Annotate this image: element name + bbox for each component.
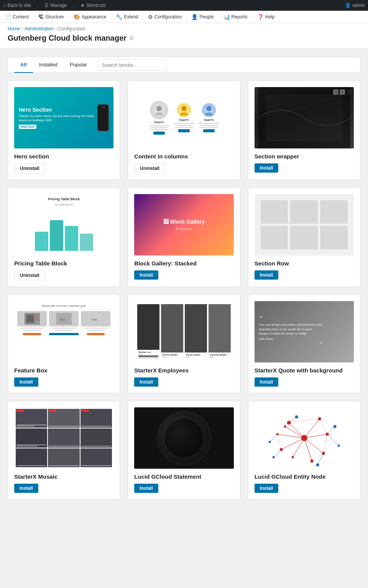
install-button[interactable]: Install (255, 377, 279, 387)
uninstall-button[interactable]: Uninstall (14, 163, 45, 173)
search-input[interactable] (98, 59, 167, 71)
install-button[interactable]: Install (255, 484, 279, 493)
block-title: StarterX Quote with background (255, 367, 354, 374)
favorite-star-icon[interactable]: ☆ (129, 35, 134, 42)
block-preview-content-in-columns: Super% Super% (134, 87, 233, 148)
page-title: Gutenberg Cloud block manager ☆ (8, 34, 360, 43)
block-title: Hero section (14, 153, 113, 160)
install-button[interactable]: Install (134, 377, 158, 387)
manage-link[interactable]: ☰ Manage (44, 3, 67, 8)
block-title: Block Gallery: Stacked (134, 260, 233, 267)
svg-point-1 (155, 112, 163, 115)
menu-item-structure[interactable]: 🏗 Structure (34, 11, 69, 23)
block-title: Lucid GCloud Entity Node (255, 473, 354, 480)
svg-point-0 (156, 106, 162, 111)
block-title: Content in columns (134, 153, 233, 160)
blocks-grid: Hero Section Thanks to some users, we ar… (8, 81, 360, 499)
svg-point-10 (34, 315, 38, 318)
block-preview-feature-box: Block title on three columns grid Title (14, 301, 113, 362)
block-card-block-gallery-stacked: 🖼 Block Gallery ⊞ Stacked Block Gallery:… (128, 188, 240, 287)
preview-hero: Hero Section Thanks to some users, we ar… (14, 87, 113, 148)
svg-line-28 (312, 453, 323, 461)
breadcrumb-home[interactable]: Home (8, 26, 20, 31)
breadcrumb-administration[interactable]: Administration (25, 26, 54, 31)
menu-item-people[interactable]: 👤 People (187, 11, 219, 23)
configuration-icon: ⚙ (148, 14, 153, 20)
block-title: StarterX Mosaic (14, 473, 113, 480)
install-button[interactable]: Install (14, 484, 38, 493)
block-title: StarterX Employees (134, 367, 233, 374)
uninstall-button[interactable]: Uninstall (14, 270, 45, 280)
svg-line-19 (304, 438, 323, 453)
svg-line-17 (304, 419, 319, 438)
menu-item-help[interactable]: ❓ Help (253, 11, 280, 23)
install-button[interactable]: Install (255, 163, 279, 173)
uninstall-button[interactable]: Uninstall (134, 163, 165, 173)
tab-installed[interactable]: Installed (33, 57, 64, 73)
user-link[interactable]: 👤 admin (345, 3, 365, 8)
tab-popular[interactable]: Popular (64, 57, 93, 73)
reports-icon: 📊 (223, 14, 230, 20)
breadcrumb-current: Configuration (58, 26, 85, 31)
svg-line-29 (277, 434, 281, 450)
menu-item-reports[interactable]: 📊 Reports (219, 11, 253, 23)
wp-icon: ⌂ (3, 3, 6, 8)
back-to-site-link[interactable]: ⌂ Back to site (3, 3, 31, 8)
block-preview-hero-section: Hero Section Thanks to some users, we ar… (14, 87, 113, 148)
svg-line-18 (304, 434, 327, 438)
menu-item-extend[interactable]: 🔧 Extend (111, 11, 143, 23)
appearance-icon: 🎨 (74, 14, 80, 20)
block-card-lucid-gcloud-statement: Lucid GCloud Statement Install (128, 401, 240, 499)
svg-text:Title: Title (59, 318, 65, 321)
install-button[interactable]: Install (134, 270, 158, 280)
menu-item-content[interactable]: 📄 Content (0, 11, 34, 23)
extend-icon: 🔧 (116, 14, 122, 20)
install-button[interactable]: Install (134, 484, 158, 493)
svg-line-23 (277, 434, 304, 438)
svg-line-20 (304, 438, 312, 461)
separator: | (73, 3, 74, 8)
block-card-content-in-columns: Super% Super% (128, 81, 240, 180)
block-title: Section Row (255, 260, 354, 267)
block-card-feature-box: Block title on three columns grid Title (8, 295, 120, 393)
block-preview-starterx-quote: " You can design and create, and build t… (255, 301, 354, 362)
block-preview-starterx-employees: Nathan Lee Role Ashley Wright Role (134, 301, 233, 362)
menu-item-appearance[interactable]: 🎨 Appearance (69, 11, 112, 23)
star-icon: ★ (80, 3, 85, 8)
block-card-hero-section: Hero Section Thanks to some users, we ar… (8, 81, 120, 180)
svg-line-48 (327, 434, 338, 446)
install-button[interactable]: Install (255, 270, 279, 280)
block-preview-section-wrapper: ◁ □ ⋮ (255, 87, 354, 148)
svg-point-39 (301, 435, 307, 441)
block-preview-block-gallery-stacked: 🖼 Block Gallery ⊞ Stacked (134, 194, 233, 255)
block-preview-lucid-gcloud-statement (134, 407, 233, 469)
svg-rect-9 (26, 315, 34, 323)
drupal-menu: 📄 Content 🏗 Structure 🎨 Appearance 🔧 Ext… (0, 11, 368, 23)
tab-all[interactable]: All (14, 57, 33, 73)
svg-line-51 (269, 434, 277, 442)
svg-line-50 (273, 450, 281, 457)
structure-icon: 🏗 (38, 14, 44, 20)
svg-line-49 (317, 453, 323, 465)
svg-point-35 (291, 456, 294, 458)
block-card-pricing-table-block: Pricing Table Block by Litian Biruta Pri… (8, 188, 120, 287)
user-icon: 👤 (345, 3, 351, 8)
block-preview-pricing-table-block: Pricing Table Block by Litian Biruta (14, 194, 113, 255)
block-title: Section wrapper (255, 153, 354, 160)
separator: | (37, 3, 38, 8)
content-icon: 📄 (5, 14, 11, 20)
svg-text:Title: Title (91, 318, 97, 321)
admin-bar-right: 👤 admin (345, 3, 365, 8)
shortcuts-link[interactable]: ★ Shortcuts (80, 3, 106, 8)
block-title: Lucid GCloud Statement (134, 473, 233, 480)
filter-bar: All Installed Popular (8, 57, 360, 73)
svg-text:Title: Title (34, 321, 39, 323)
menu-item-configuration[interactable]: ⚙ Configuration (143, 11, 187, 23)
block-preview-section-row (255, 194, 354, 255)
breadcrumb: Home › Administration › Configuration (8, 26, 360, 31)
svg-point-2 (181, 106, 187, 111)
block-card-section-row: Section Row Install (248, 188, 360, 287)
install-button[interactable]: Install (14, 377, 38, 387)
svg-point-31 (318, 417, 321, 420)
svg-point-34 (310, 460, 313, 463)
